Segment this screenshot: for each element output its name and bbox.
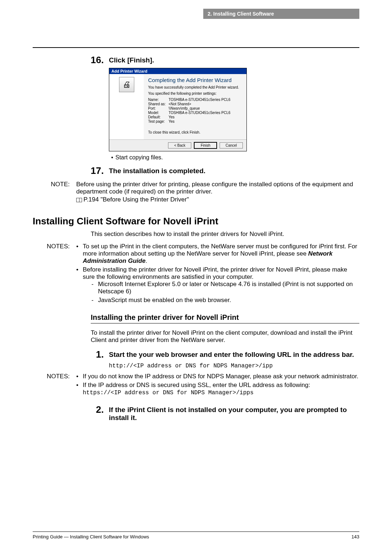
list-item: •If you do not know the IP address or DN… [76,373,359,380]
dialog-side-image: 🖨 [109,74,144,139]
dialog-props-table: Name:TOSHIBA e-STUDIO451cSeries PCL6 Sha… [148,98,233,124]
list-item: -Microsoft Internet Explorer 5.0 or late… [91,281,359,295]
dialog-close-line: To close this wizard, click Finish. [148,130,242,134]
step-1-code: http://<IP address or DNS for NDPS Manag… [109,363,273,369]
notes-label-3: NOTES: [33,373,76,398]
step-16-title: Click [Finish]. [109,54,154,66]
table-row: Port:\\Nwsrv\mfp_queue [148,106,233,111]
section-heading: Installing Client Software for Novell iP… [33,216,359,227]
step-17-number: 17. [91,165,104,176]
notes-block-2: NOTES: •To set up the iPrint in the clie… [33,243,359,307]
printer-icon: 🖨 [119,77,134,92]
step-1: 1. Start the your web browser and enter … [33,349,359,360]
step-17-title: The installation is completed. [109,165,205,176]
intro-paragraph: To install the printer driver for Novell… [91,329,359,344]
page-footer: Printing Guide — Installing Client Softw… [33,531,359,539]
step-16: 16. Click [Finish]. [33,54,359,66]
section-intro: This section describes how to install th… [91,231,359,238]
list-item: •To set up the iPrint in the client comp… [76,243,359,265]
dialog-heading: Completing the Add Printer Wizard [148,77,242,83]
step-16-bullet: •Start copying files. [109,154,359,161]
step-16-number: 16. [91,54,104,65]
dialog-line2: You specified the following printer sett… [148,91,242,95]
note1-line2: P.194 "Before Using the Printer Driver" [76,196,359,203]
step-2: 2. If the iPrint Client is not installed… [33,404,359,422]
dialog-titlebar: Add Printer Wizard [109,68,246,74]
chapter-title: 2. Installing Client Software [208,11,274,17]
chapter-header: 2. Installing Client Software [203,9,359,19]
notes-block-3: NOTES: •If you do not know the IP addres… [33,373,359,398]
subheading: Installing the printer driver for Novell… [91,313,359,323]
table-row: Default:Yes [148,115,233,119]
notes-label: NOTES: [33,243,76,307]
note-block-1: NOTE: Before using the printer driver fo… [33,181,359,204]
finish-button[interactable]: Finish [194,142,217,149]
footer-page-number: 143 [351,534,359,539]
dialog-line1: You have successfully completed the Add … [148,85,242,89]
list-item: -JavaScript must be enabled on the web b… [91,297,359,304]
note1-line1: Before using the printer driver for prin… [76,181,359,195]
step-2-title: If the iPrint Client is not installed on… [109,404,359,422]
top-rule [33,47,359,48]
table-row: Model:TOSHIBA e-STUDIO451cSeries PCL6 [148,111,233,115]
step-2-number: 2. [96,404,104,415]
note-label: NOTE: [33,181,76,204]
step-1-number: 1. [96,349,104,360]
add-printer-wizard-dialog: Add Printer Wizard 🖨 Completing the Add … [109,68,359,151]
book-icon [76,198,82,202]
step-1-title: Start the your web browser and enter the… [109,349,354,360]
back-button[interactable]: < Back [168,142,191,148]
table-row: Test page:Yes [148,119,233,124]
step-17: 17. The installation is completed. [33,165,359,176]
list-item: • Before installing the printer driver f… [76,266,359,305]
footer-left: Printing Guide — Installing Client Softw… [33,534,149,539]
table-row: Name:TOSHIBA e-STUDIO451cSeries PCL6 [148,98,233,102]
cancel-button[interactable]: Cancel [220,142,243,148]
list-item: • If the IP address or DNS is secured us… [76,382,359,396]
table-row: Shared as:<Not Shared> [148,102,233,106]
